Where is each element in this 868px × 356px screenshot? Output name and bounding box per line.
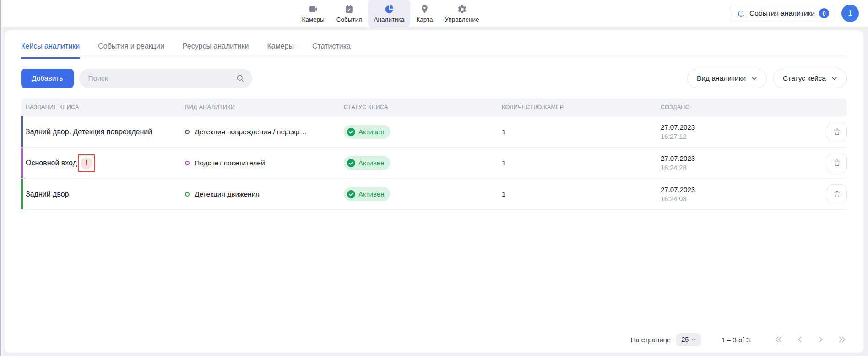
analytics-type-cell: Детекция движения [180, 190, 339, 198]
table-row[interactable]: Задний двор. Детекция повреждений Детекц… [21, 116, 847, 148]
analytics-type: Детекция повреждения / перекр… [195, 128, 307, 136]
nav-item-cameras[interactable]: Камеры [296, 0, 330, 27]
case-name: Основной вход [26, 159, 77, 167]
check-circle-icon [347, 190, 355, 198]
status-label: Активен [358, 128, 384, 136]
toolbar: Добавить Вид аналитики Статус кейса [21, 69, 847, 88]
per-page-label: На странице [630, 336, 671, 344]
map-pin-icon [419, 4, 430, 15]
exclamation-icon: ! [81, 157, 92, 169]
chevron-down-icon [830, 75, 838, 82]
case-status-cell: Активен [339, 187, 497, 201]
double-chevron-left-icon [774, 334, 784, 345]
camera-count-cell: 1 [497, 159, 656, 167]
pagination-controls [774, 334, 847, 345]
search-icon[interactable] [236, 74, 245, 83]
analytics-type-filter[interactable]: Вид аналитики [687, 69, 767, 88]
created-cell: 27.07.2023 16:27:12 [656, 122, 815, 141]
analytics-events-label: События аналитики [749, 9, 815, 17]
top-bar: Камеры События Аналитика Карта Управлени [0, 0, 868, 27]
analytics-type-cell: Детекция повреждения / перекр… [180, 128, 339, 136]
check-circle-icon [347, 128, 355, 136]
first-page-button[interactable] [774, 334, 784, 345]
row-accent-bar [21, 116, 23, 147]
case-name-cell: Задний двор [21, 190, 180, 198]
chevron-right-icon [816, 334, 826, 345]
last-page-button[interactable] [837, 334, 847, 345]
nav-item-label: Камеры [302, 16, 324, 23]
row-accent-bar [21, 148, 23, 178]
case-name-cell: Задний двор. Детекция повреждений [21, 128, 180, 136]
case-status-cell: Активен [339, 156, 497, 170]
status-label: Активен [358, 190, 384, 198]
check-circle-icon [347, 159, 355, 167]
error-indicator: ! [78, 154, 95, 172]
case-status-filter-label: Статус кейса [783, 74, 826, 82]
next-page-button[interactable] [816, 334, 826, 345]
camera-count-cell: 1 [497, 128, 656, 136]
created-time: 16:24:08 [661, 194, 815, 203]
created-time: 16:27:12 [661, 132, 815, 141]
per-page-select[interactable]: 25 [676, 333, 701, 346]
nav-item-label: Карта [416, 16, 433, 23]
analytics-type: Детекция движения [195, 190, 260, 198]
created-time: 16:24:28 [661, 163, 815, 172]
case-status-filter[interactable]: Статус кейса [773, 69, 847, 88]
main-navigation: Камеры События Аналитика Карта Управлени [296, 0, 485, 27]
table-row[interactable]: Задний двор Детекция движения Активен 1 … [21, 179, 847, 210]
bell-icon [737, 9, 745, 18]
nav-item-analytics[interactable]: Аналитика [368, 0, 411, 27]
analytics-type-dot-icon [185, 161, 190, 165]
page-range: 1 – 3 of 3 [721, 336, 750, 344]
top-bar-right: События аналитики 0 1 [730, 5, 859, 22]
created-date: 27.07.2023 [661, 122, 815, 132]
delete-button[interactable] [827, 122, 847, 142]
delete-button[interactable] [827, 153, 847, 173]
case-name-cell: Основной вход ! [21, 154, 180, 172]
tab-cameras[interactable]: Камеры [267, 42, 294, 59]
trash-icon [833, 127, 841, 136]
created-date: 27.07.2023 [661, 153, 815, 163]
delete-button[interactable] [827, 184, 847, 204]
search-box[interactable] [79, 69, 252, 88]
column-header-type: ВИД АНАЛИТИКИ [180, 104, 339, 110]
tab-bar: Кейсы аналитики События и реакции Ресурс… [21, 30, 847, 58]
column-header-status: СТАТУС КЕЙСА [339, 104, 497, 110]
status-badge: Активен [344, 156, 390, 170]
analytics-type-dot-icon [185, 130, 190, 134]
gear-icon [456, 4, 467, 15]
user-avatar[interactable]: 1 [841, 5, 859, 22]
analytics-events-button[interactable]: События аналитики 0 [730, 5, 835, 22]
status-label: Активен [358, 159, 384, 167]
row-accent-bar [21, 179, 23, 209]
nav-item-events[interactable]: События [331, 0, 368, 27]
analytics-type-dot-icon [185, 192, 190, 197]
nav-item-map[interactable]: Карта [410, 0, 439, 27]
tab-events-reactions[interactable]: События и реакции [98, 42, 164, 59]
created-cell: 27.07.2023 16:24:08 [656, 185, 815, 203]
events-count-badge: 0 [819, 8, 829, 18]
per-page-value: 25 [681, 336, 689, 343]
case-name: Задний двор [26, 190, 69, 198]
nav-item-label: Управление [445, 16, 479, 23]
previous-page-button[interactable] [795, 334, 805, 345]
table-row[interactable]: Основной вход ! Подсчет посетителей Акти… [21, 148, 847, 179]
nav-item-label: Аналитика [374, 16, 405, 23]
search-input[interactable] [88, 74, 236, 82]
case-status-cell: Активен [339, 125, 497, 139]
created-cell: 27.07.2023 16:24:28 [656, 153, 815, 172]
tab-analytics-resources[interactable]: Ресурсы аналитики [183, 42, 249, 59]
nav-item-management[interactable]: Управление [439, 0, 485, 27]
status-badge: Активен [344, 187, 390, 201]
trash-icon [833, 190, 841, 198]
analytics-type: Подсчет посетителей [195, 159, 265, 167]
row-actions-cell [815, 122, 847, 142]
add-button[interactable]: Добавить [21, 69, 74, 88]
tab-statistics[interactable]: Статистика [312, 42, 351, 59]
cases-table: НАЗВАНИЕ КЕЙСА ВИД АНАЛИТИКИ СТАТУС КЕЙС… [21, 98, 847, 210]
tab-analytics-cases[interactable]: Кейсы аналитики [21, 42, 80, 59]
row-actions-cell [815, 153, 847, 173]
calendar-check-icon [344, 4, 355, 15]
double-chevron-right-icon [837, 334, 847, 345]
chevron-left-icon [795, 334, 805, 345]
